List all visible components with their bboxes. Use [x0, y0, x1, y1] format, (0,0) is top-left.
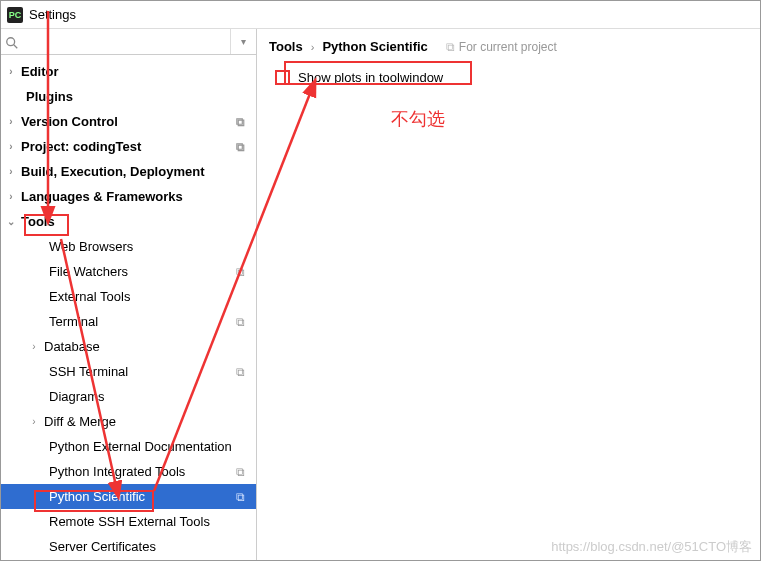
- svg-point-0: [7, 38, 15, 46]
- app-icon: PC: [7, 7, 23, 23]
- tree-item-server-certs[interactable]: Server Certificates: [1, 534, 256, 559]
- tree-item-project[interactable]: ›Project: codingTest⧉: [1, 134, 256, 159]
- tree-item-py-int-tools[interactable]: Python Integrated Tools⧉: [1, 459, 256, 484]
- show-plots-label: Show plots in toolwindow: [298, 70, 443, 85]
- project-scope-icon: ⧉: [446, 40, 455, 54]
- breadcrumb: Tools › Python Scientific ⧉For current p…: [269, 39, 748, 54]
- tree-item-py-scientific[interactable]: Python Scientific⧉: [1, 484, 256, 509]
- search-icon: [5, 36, 19, 50]
- tree-item-diagrams[interactable]: Diagrams: [1, 384, 256, 409]
- option-show-plots[interactable]: Show plots in toolwindow: [269, 70, 748, 85]
- chevron-right-icon: ›: [24, 416, 44, 427]
- chevron-right-icon: ›: [1, 66, 21, 77]
- content-area: ▾ ›Editor Plugins ›Version Control⧉ ›Pro…: [1, 29, 760, 560]
- tree-item-tools[interactable]: ⌄Tools: [1, 209, 256, 234]
- tree-item-build[interactable]: ›Build, Execution, Deployment: [1, 159, 256, 184]
- watermark: https://blog.csdn.net/@51CTO博客: [551, 538, 752, 556]
- chevron-right-icon: ›: [24, 341, 44, 352]
- search-dropdown[interactable]: ▾: [230, 29, 256, 54]
- chevron-right-icon: ›: [1, 141, 21, 152]
- chevron-right-icon: ›: [1, 191, 21, 202]
- tree-item-editor[interactable]: ›Editor: [1, 59, 256, 84]
- tree-item-version-control[interactable]: ›Version Control⧉: [1, 109, 256, 134]
- titlebar: PC Settings: [1, 1, 760, 29]
- project-scope-icon: ⧉: [236, 365, 256, 379]
- tree-item-py-ext-doc[interactable]: Python External Documentation: [1, 434, 256, 459]
- tree-item-ssh-terminal[interactable]: SSH Terminal⧉: [1, 359, 256, 384]
- tree-item-external-tools[interactable]: External Tools: [1, 284, 256, 309]
- tree-item-lang-fw[interactable]: ›Languages & Frameworks: [1, 184, 256, 209]
- project-scope-icon: ⧉: [236, 115, 256, 129]
- window-title: Settings: [29, 7, 76, 22]
- tree-item-web-browsers[interactable]: Web Browsers: [1, 234, 256, 259]
- settings-detail-panel: Tools › Python Scientific ⧉For current p…: [257, 29, 760, 560]
- scope-label: ⧉For current project: [446, 40, 557, 54]
- project-scope-icon: ⧉: [236, 315, 256, 329]
- chevron-right-icon: ›: [1, 166, 21, 177]
- tree-item-file-watchers[interactable]: File Watchers⧉: [1, 259, 256, 284]
- search-input[interactable]: [1, 32, 193, 51]
- annotation-text: 不勾选: [391, 107, 445, 131]
- chevron-right-icon: ›: [1, 116, 21, 127]
- breadcrumb-item: Tools: [269, 39, 303, 54]
- tree-item-database[interactable]: ›Database: [1, 334, 256, 359]
- svg-line-1: [14, 45, 18, 49]
- settings-sidebar: ▾ ›Editor Plugins ›Version Control⧉ ›Pro…: [1, 29, 257, 560]
- search-row: ▾: [1, 29, 256, 55]
- project-scope-icon: ⧉: [236, 465, 256, 479]
- chevron-down-icon: ⌄: [1, 216, 21, 227]
- tree-item-plugins[interactable]: Plugins: [1, 84, 256, 109]
- project-scope-icon: ⧉: [236, 265, 256, 279]
- show-plots-checkbox[interactable]: [275, 70, 290, 85]
- project-scope-icon: ⧉: [236, 140, 256, 154]
- chevron-right-icon: ›: [311, 41, 315, 53]
- breadcrumb-item: Python Scientific: [322, 39, 427, 54]
- project-scope-icon: ⧉: [236, 490, 256, 504]
- settings-tree: ›Editor Plugins ›Version Control⧉ ›Proje…: [1, 55, 256, 560]
- tree-item-diff-merge[interactable]: ›Diff & Merge: [1, 409, 256, 434]
- tree-item-remote-ssh[interactable]: Remote SSH External Tools: [1, 509, 256, 534]
- tree-item-terminal[interactable]: Terminal⧉: [1, 309, 256, 334]
